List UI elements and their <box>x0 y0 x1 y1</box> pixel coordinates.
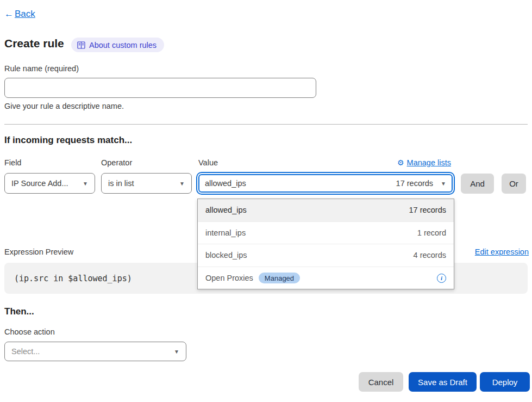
field-select-value: IP Source Add... <box>11 179 78 188</box>
info-icon[interactable]: i <box>437 274 446 283</box>
and-button[interactable]: And <box>461 174 494 194</box>
list-item-open-proxies[interactable]: Open Proxies Managed i <box>198 267 454 290</box>
back-link[interactable]: ←Back <box>4 9 35 20</box>
list-item-internal-ips[interactable]: internal_ips 1 record <box>198 222 454 245</box>
list-item-allowed-ips[interactable]: allowed_ips 17 records <box>198 199 454 222</box>
choose-action-label: Choose action <box>4 327 55 336</box>
list-item-records: 1 record <box>417 228 446 237</box>
operator-select[interactable]: is in list ▼ <box>101 173 192 194</box>
then-section-heading: Then... <box>4 306 34 317</box>
chevron-down-icon: ▼ <box>83 181 88 187</box>
expression-preview-label: Expression Preview <box>4 248 73 256</box>
list-item-records: 4 records <box>414 251 446 259</box>
about-custom-rules-link[interactable]: About custom rules <box>71 38 164 52</box>
managed-badge: Managed <box>259 273 300 283</box>
list-item-name: blocked_ips <box>205 251 247 259</box>
value-label: Value <box>198 158 218 167</box>
back-arrow-icon: ← <box>4 9 14 20</box>
field-label: Field <box>4 158 21 167</box>
list-item-name: Open Proxies <box>205 274 253 282</box>
list-item-name: internal_ips <box>205 228 246 237</box>
book-icon <box>77 41 85 49</box>
operator-label: Operator <box>101 158 132 167</box>
value-dropdown-list: allowed_ips 17 records internal_ips 1 re… <box>197 199 454 289</box>
rule-name-helper: Give your rule a descriptive name. <box>4 102 124 110</box>
page-title: Create rule <box>4 37 64 50</box>
chevron-down-icon: ▼ <box>174 349 179 355</box>
back-label: Back <box>15 9 35 19</box>
manage-lists-label: Manage lists <box>407 158 451 167</box>
section-divider <box>4 124 528 125</box>
action-select-placeholder: Select... <box>11 347 170 356</box>
field-select[interactable]: IP Source Add... ▼ <box>4 173 95 194</box>
rule-name-input[interactable] <box>4 78 316 98</box>
value-record-count: 17 records <box>396 179 434 188</box>
about-badge-label: About custom rules <box>89 41 157 50</box>
chevron-down-icon: ▼ <box>179 181 185 187</box>
value-select[interactable]: allowed_ips 17 records ▼ <box>198 174 453 193</box>
cancel-button[interactable]: Cancel <box>359 372 403 392</box>
or-button[interactable]: Or <box>502 174 526 194</box>
save-as-draft-button[interactable]: Save as Draft <box>409 372 477 392</box>
create-rule-page: ←Back Create rule About custom rules Rul… <box>0 0 532 402</box>
chevron-down-icon: ▼ <box>441 181 446 187</box>
match-section-heading: If incoming requests match... <box>4 135 132 146</box>
list-item-records: 17 records <box>409 206 446 214</box>
list-item-name: allowed_ips <box>205 206 247 214</box>
operator-select-value: is in list <box>108 179 175 188</box>
list-item-blocked-ips[interactable]: blocked_ips 4 records <box>198 244 454 267</box>
action-select[interactable]: Select... ▼ <box>4 342 186 361</box>
deploy-button[interactable]: Deploy <box>480 372 530 392</box>
gear-icon: ⚙ <box>397 158 404 167</box>
value-select-value: allowed_ips <box>205 179 396 188</box>
edit-expression-link[interactable]: Edit expression <box>475 248 529 256</box>
expression-code: (ip.src in $allowed_ips) <box>14 274 132 283</box>
rule-name-label: Rule name (required) <box>4 64 79 73</box>
manage-lists-link[interactable]: ⚙ Manage lists <box>397 158 451 167</box>
